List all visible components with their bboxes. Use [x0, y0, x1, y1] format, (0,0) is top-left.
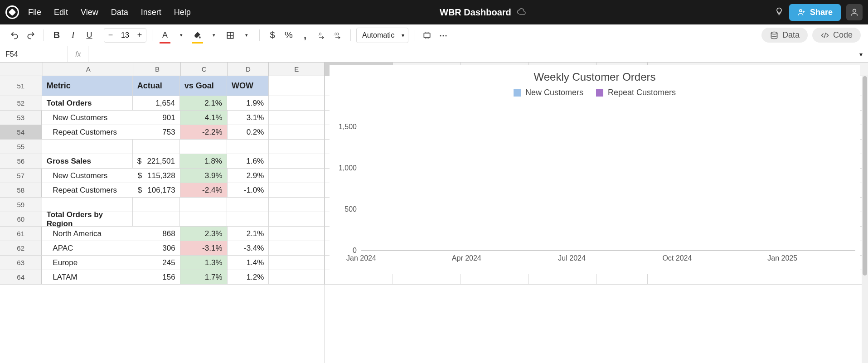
text-color-dropdown[interactable]: ▾ — [174, 28, 189, 43]
fill-color-dropdown[interactable]: ▾ — [207, 28, 221, 43]
number-format-label: Automatic — [362, 31, 394, 39]
font-size-input[interactable] — [117, 31, 133, 39]
percent-format-button[interactable]: % — [281, 28, 296, 43]
font-size-decrease[interactable]: − — [104, 28, 117, 43]
menu-view[interactable]: View — [81, 8, 98, 17]
lightbulb-icon[interactable] — [775, 7, 784, 18]
borders-dropdown[interactable]: ▾ — [239, 28, 254, 43]
font-size-control: − + — [104, 28, 146, 43]
text-color-button[interactable]: A — [158, 28, 172, 43]
menu-file[interactable]: File — [28, 8, 41, 17]
formula-bar: F54 fx ▾ — [0, 46, 868, 63]
menubar: File Edit View Data Insert Help WBR Dash… — [0, 0, 868, 24]
borders-button[interactable] — [223, 28, 238, 43]
menu-help[interactable]: Help — [174, 8, 191, 17]
code-panel-button[interactable]: Code — [812, 28, 861, 43]
toolbar: B I U − + A ▾ ▾ ▾ $ % , .0 .00 Automatic… — [0, 24, 868, 46]
insert-object-button[interactable] — [420, 28, 434, 43]
cell-reference-box[interactable]: F54 — [0, 46, 68, 62]
svg-text:.00: .00 — [334, 32, 339, 36]
svg-point-6 — [771, 32, 777, 34]
bold-button[interactable]: B — [49, 28, 64, 43]
fx-icon[interactable]: fx — [68, 46, 88, 62]
cloud-sync-icon — [517, 8, 526, 17]
svg-rect-5 — [424, 33, 430, 38]
document-title: WBR Dashboard — [191, 7, 775, 18]
undo-button[interactable] — [7, 28, 22, 43]
svg-point-0 — [800, 10, 802, 12]
menu-data[interactable]: Data — [111, 8, 128, 17]
currency-format-button[interactable]: $ — [265, 28, 280, 43]
comma-format-button[interactable]: , — [298, 28, 312, 43]
increase-decimal-button[interactable]: .00 — [330, 28, 345, 43]
svg-point-1 — [853, 9, 856, 12]
share-button[interactable]: Share — [789, 4, 841, 21]
redo-button[interactable] — [24, 28, 38, 43]
app-logo[interactable] — [5, 5, 19, 19]
formula-expand-button[interactable]: ▾ — [854, 51, 868, 58]
chevron-down-icon: ▾ — [402, 32, 404, 39]
share-button-label: Share — [810, 8, 833, 17]
font-size-increase[interactable]: + — [133, 28, 146, 43]
data-panel-label: Data — [782, 30, 800, 40]
svg-text:.0: .0 — [318, 32, 322, 36]
number-format-select[interactable]: Automatic ▾ — [356, 28, 408, 43]
data-panel-button[interactable]: Data — [761, 28, 808, 43]
menu-items: File Edit View Data Insert Help — [28, 8, 191, 17]
menu-edit[interactable]: Edit — [54, 8, 68, 17]
document-title-text[interactable]: WBR Dashboard — [440, 7, 511, 18]
underline-button[interactable]: U — [82, 28, 97, 43]
more-options-button[interactable]: ⋯ — [436, 28, 451, 43]
code-panel-label: Code — [833, 30, 853, 40]
menu-insert[interactable]: Insert — [141, 8, 161, 17]
menubar-right: Share — [775, 4, 863, 21]
italic-button[interactable]: I — [66, 28, 80, 43]
user-menu-button[interactable] — [846, 4, 863, 20]
formula-input[interactable] — [88, 46, 854, 62]
fill-color-button[interactable] — [190, 28, 205, 43]
decrease-decimal-button[interactable]: .0 — [314, 28, 329, 43]
